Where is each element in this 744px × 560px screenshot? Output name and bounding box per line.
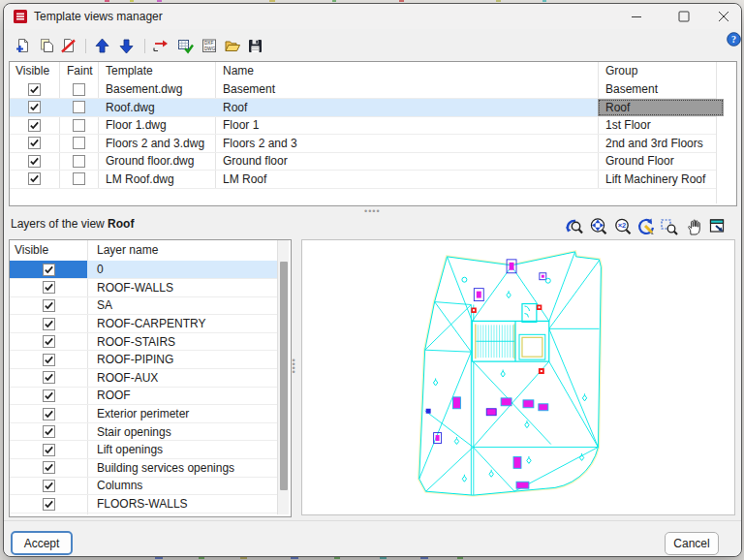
name-cell[interactable]: LM Roof <box>215 171 605 189</box>
layer-row[interactable]: Exterior perimeter <box>10 405 291 423</box>
fit-window-icon[interactable] <box>708 217 728 236</box>
zoom-previous-icon[interactable] <box>565 217 584 236</box>
layer-row[interactable]: FLOORS-WALLS <box>10 495 291 513</box>
checkbox[interactable] <box>28 101 41 113</box>
layer-name-cell[interactable]: FLOORS-WALLS <box>87 495 287 513</box>
template-row[interactable]: Floor 1.dwgFloor 11st Floor <box>10 116 736 135</box>
layer-name-cell[interactable]: ROOF <box>87 387 287 405</box>
layer-name-cell[interactable]: Exterior perimeter <box>87 405 287 423</box>
copy-template-icon[interactable] <box>38 38 55 54</box>
faint-cell[interactable] <box>59 80 98 99</box>
titlebar[interactable]: Template views manager <box>4 4 741 29</box>
layer-row[interactable]: Columns <box>10 477 291 495</box>
layer-row[interactable]: ROOF-WALLS <box>10 279 291 297</box>
layer-visible-cell[interactable] <box>10 315 87 333</box>
checkbox[interactable] <box>43 335 55 348</box>
layer-row[interactable]: ROOF <box>10 387 291 405</box>
name-cell[interactable]: Ground floor <box>215 152 605 171</box>
layer-name-cell[interactable]: ROOF-STAIRS <box>87 332 287 351</box>
update-views-icon[interactable] <box>177 38 195 54</box>
layer-visible-cell[interactable] <box>10 261 87 279</box>
layer-visible-cell[interactable] <box>10 495 87 513</box>
faint-cell[interactable] <box>59 171 98 189</box>
template-row[interactable]: Roof.dwgRoofRoof <box>10 99 736 117</box>
zoom-window-icon[interactable] <box>660 217 679 236</box>
layer-row[interactable]: Building services openings <box>10 459 291 478</box>
layer-row[interactable]: ROOF-CARPENTRY <box>10 315 291 333</box>
group-cell[interactable]: Ground Floor <box>598 152 724 171</box>
layer-row[interactable]: Lift openings <box>10 441 291 459</box>
group-cell[interactable]: Roof <box>598 99 724 117</box>
checkbox[interactable] <box>28 83 41 96</box>
delete-template-icon[interactable] <box>59 38 77 54</box>
layer-visible-cell[interactable] <box>10 459 87 478</box>
group-cell[interactable]: Basement <box>598 80 724 99</box>
template-row[interactable]: Floors 2 and 3.dwgFloors 2 and 32nd and … <box>10 135 736 153</box>
horizontal-splitter[interactable]: •••• <box>364 206 381 216</box>
checkbox[interactable] <box>43 461 55 474</box>
layer-row[interactable]: ROOF-PIPING <box>10 351 291 369</box>
layer-visible-cell[interactable] <box>10 351 87 369</box>
checkbox[interactable] <box>73 101 85 113</box>
faint-cell[interactable] <box>59 116 98 135</box>
layer-name-cell[interactable]: Building services openings <box>87 459 287 478</box>
name-cell[interactable]: Floors 2 and 3 <box>215 135 605 153</box>
group-cell[interactable]: 2nd and 3rd Floors <box>598 135 724 153</box>
layers-scrollbar-thumb[interactable] <box>280 262 288 490</box>
cancel-button[interactable]: Cancel <box>665 532 719 555</box>
layer-name-cell[interactable]: Stair openings <box>87 422 287 441</box>
pan-icon[interactable] <box>684 217 703 236</box>
faint-cell[interactable] <box>59 152 98 171</box>
checkbox[interactable] <box>43 318 55 330</box>
template-cell[interactable]: Floor 1.dwg <box>98 116 223 135</box>
layer-visible-cell[interactable] <box>10 441 87 459</box>
visible-cell[interactable] <box>10 80 59 99</box>
open-file-icon[interactable] <box>224 38 241 54</box>
maximize-button[interactable] <box>663 4 705 29</box>
layer-name-cell[interactable]: ROOF-PIPING <box>87 351 287 369</box>
layer-name-cell[interactable]: ROOF-AUX <box>87 369 287 388</box>
checkbox[interactable] <box>28 137 41 149</box>
checkbox[interactable] <box>43 299 55 312</box>
layer-visible-cell[interactable] <box>10 369 87 388</box>
dwg-options-icon[interactable]: DXFDWG <box>201 38 218 54</box>
layer-visible-cell[interactable] <box>10 332 87 351</box>
template-cell[interactable]: Floors 2 and 3.dwg <box>98 135 223 153</box>
group-cell[interactable]: 1st Floor <box>598 116 724 135</box>
visible-cell[interactable] <box>10 99 59 117</box>
checkbox[interactable] <box>43 408 55 420</box>
save-file-icon[interactable] <box>246 38 264 54</box>
checkbox[interactable] <box>28 119 41 132</box>
accept-button[interactable]: Accept <box>11 531 73 555</box>
visible-cell[interactable] <box>10 152 59 171</box>
move-down-icon[interactable] <box>117 38 135 54</box>
layer-visible-cell[interactable] <box>10 387 87 405</box>
minimize-button[interactable] <box>615 4 658 29</box>
layer-name-cell[interactable]: ROOF-WALLS <box>87 279 287 297</box>
layers-scrollbar[interactable] <box>277 240 289 514</box>
layer-name-cell[interactable]: Columns <box>87 477 287 495</box>
checkbox[interactable] <box>73 119 85 132</box>
checkbox[interactable] <box>43 425 55 438</box>
template-cell[interactable]: LM Roof.dwg <box>98 171 223 189</box>
checkbox[interactable] <box>73 155 85 168</box>
close-button[interactable] <box>702 4 744 29</box>
new-template-icon[interactable] <box>14 38 31 54</box>
checkbox[interactable] <box>28 172 41 185</box>
vertical-splitter[interactable]: •••• <box>291 358 296 374</box>
checkbox[interactable] <box>43 354 55 366</box>
checkbox[interactable] <box>73 137 85 149</box>
visible-cell[interactable] <box>10 116 59 135</box>
checkbox[interactable] <box>43 389 55 402</box>
layer-row[interactable]: SA <box>10 296 291 315</box>
assign-template-icon[interactable] <box>152 38 170 54</box>
checkbox[interactable] <box>43 498 55 511</box>
checkbox[interactable] <box>43 444 55 456</box>
layer-visible-cell[interactable] <box>10 422 87 441</box>
layer-name-cell[interactable]: Lift openings <box>87 441 287 459</box>
visible-cell[interactable] <box>10 171 59 189</box>
zoom-scale-icon[interactable]: ×2 <box>613 217 633 236</box>
checkbox[interactable] <box>43 281 55 294</box>
layer-visible-cell[interactable] <box>10 296 87 315</box>
checkbox[interactable] <box>43 264 55 276</box>
